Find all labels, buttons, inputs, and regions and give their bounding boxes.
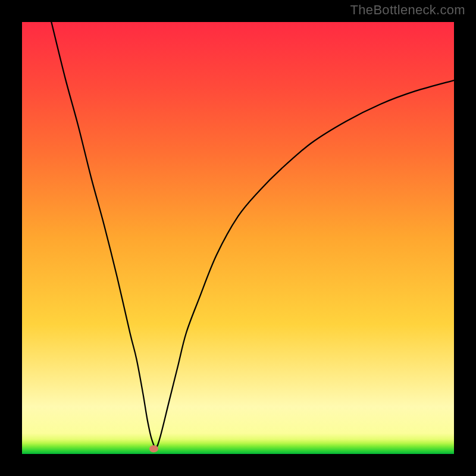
gradient-background — [22, 22, 454, 454]
plot-area — [22, 22, 454, 454]
watermark-text: TheBottleneck.com — [350, 2, 465, 18]
chart-container: TheBottleneck.com — [0, 0, 476, 476]
chart-svg — [22, 22, 454, 454]
minimum-marker — [149, 445, 158, 452]
